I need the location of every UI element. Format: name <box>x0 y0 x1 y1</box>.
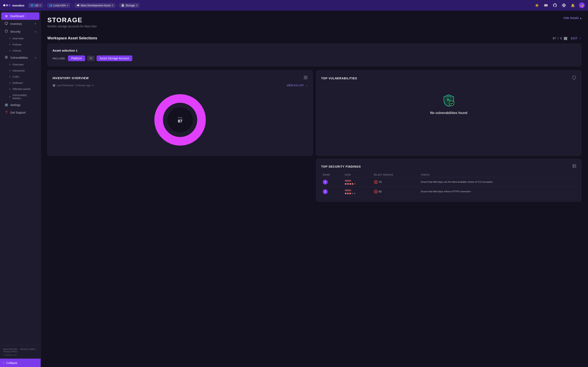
sidebar-item-label-settings: Settings <box>10 103 36 107</box>
slack-icon[interactable] <box>561 2 567 8</box>
top-security-title: TOP SECURITY FINDINGS <box>321 165 361 168</box>
sidebar-item-settings[interactable]: ⚙️ Settings <box>1 101 39 109</box>
breadcrumb-storage[interactable]: 💾 Storage ▾ <box>119 3 139 8</box>
globe-icon: 🌐 <box>30 4 34 7</box>
users-icon: 👥 <box>49 4 52 7</box>
col-blast: BLAST RADIUS <box>372 172 419 177</box>
logo-circle-2 <box>6 4 8 6</box>
check-cell-2: Ensure that Web Apps enforce HTTPS conne… <box>419 187 576 197</box>
arrow-right-icon: → <box>579 37 581 40</box>
refresh-label: Last Refreshed: <box>57 84 74 87</box>
edit-button[interactable]: EDIT → <box>571 37 581 40</box>
top-vuln-title: TOP VULNERABILITIES <box>321 77 357 80</box>
breadcrumb-storage-label: Storage <box>126 4 135 7</box>
grid-icon <box>303 75 308 81</box>
tag-is[interactable]: IS <box>87 56 94 61</box>
sidebar-footer: About Mondoo· Mondoo Status· Privacy Pol… <box>0 345 41 359</box>
sidebar-item-label-dashboard: Dashboard <box>10 15 36 18</box>
sidebar-sub-item-vuln-database[interactable]: Vulnerability databa... <box>1 92 39 101</box>
github-icon[interactable] <box>552 2 558 8</box>
sidebar-item-inventory[interactable]: Inventory ▾ <box>1 20 39 27</box>
svg-rect-5 <box>306 78 307 79</box>
arrow-right-icon-list: → <box>305 84 308 87</box>
risk-dot <box>352 183 353 185</box>
bell-icon[interactable]: 🔔 <box>570 2 576 8</box>
blast-radius-1: ⊙ 70 <box>374 180 418 184</box>
footer-link-privacy[interactable]: Privacy Policy <box>3 350 17 353</box>
sub-dot-icon-8 <box>9 89 10 90</box>
chevron-down-icon-inventory: ▾ <box>35 22 36 25</box>
sidebar-sub-label-database: Vulnerability databa... <box>12 94 36 100</box>
sidebar-sub-item-advisories[interactable]: Advisories <box>1 68 39 74</box>
avatar[interactable]: 🌙 <box>579 2 585 8</box>
breadcrumb-luna[interactable]: 👥 Luna-USA ▾ <box>47 3 70 8</box>
collapse-button[interactable]: ‹ Collapse <box>0 359 41 367</box>
col-rank: RANK <box>321 172 343 177</box>
tag-platform[interactable]: Platform <box>68 55 85 61</box>
sidebar-item-security[interactable]: Security ▴ <box>1 28 39 35</box>
footer-link-about[interactable]: About Mondoo <box>3 348 18 350</box>
table-icon <box>572 164 576 169</box>
donut-label: total <box>178 117 182 119</box>
sidebar-nav: ⊞ Dashboard Inventory ▾ Security ▴ <box>0 11 41 345</box>
sidebar-sub-item-overview[interactable]: Overview <box>1 35 39 42</box>
asset-count: 87 / 0 🏢 <box>553 36 568 40</box>
sidebar-sub-item-policies[interactable]: Policies <box>1 42 39 48</box>
sub-dot-icon-7 <box>9 82 10 83</box>
view-as-list-button[interactable]: VIEW AS LIST → <box>286 84 308 87</box>
asset-count-zero: 0 <box>560 36 562 40</box>
col-check: CHECK <box>419 172 576 177</box>
breadcrumb-us[interactable]: 🌐 US ▾ <box>28 3 43 8</box>
hide-details-button[interactable]: Hide Details ▴ <box>563 16 581 20</box>
sidebar-item-support[interactable]: ❓ Get Support <box>1 109 39 116</box>
asset-selection-card: Asset selection 1 INCLUDE: Platform IS A… <box>47 44 581 66</box>
breadcrumb-luna-label: Luna-USA <box>53 4 66 7</box>
asset-selection-title: Asset selection 1 <box>52 49 576 52</box>
sidebar-sub-item-software[interactable]: Software <box>1 80 39 86</box>
sidebar-item-label-security: Security <box>10 30 33 33</box>
chevron-down-icon-2: ▾ <box>67 4 68 7</box>
refresh-row: 🕐 Last Refreshed: 3 minutes ago ↻ VIEW A… <box>52 84 308 87</box>
footer-links: About Mondoo· Mondoo Status· Privacy Pol… <box>3 348 37 353</box>
donut-center: total 87 <box>178 117 182 124</box>
sidebar-sub-item-affected[interactable]: Affected assets <box>1 86 39 92</box>
sidebar-item-dashboard[interactable]: ⊞ Dashboard <box>1 12 39 20</box>
breadcrumb-mars[interactable]: ☁️ Mars Development Azure ▾ <box>75 3 115 8</box>
table-row: 1 HIGH <box>321 177 576 187</box>
support-icon: ❓ <box>4 111 8 114</box>
footer-link-status[interactable]: Mondoo Status <box>20 348 35 350</box>
sidebar-item-label-vuln: Vulnerabilities <box>10 56 33 59</box>
risk-dot <box>347 183 349 185</box>
logo[interactable]: mondoo <box>3 4 24 7</box>
donut-value: 87 <box>178 119 182 124</box>
shield-check-icon <box>572 75 576 81</box>
sidebar-item-vulnerabilities[interactable]: Vulnerabilities ▴ <box>1 54 39 61</box>
sidebar-sub-item-checks[interactable]: Checks <box>1 48 39 54</box>
blast-cell-2: ⊙ 65 <box>372 187 419 197</box>
asset-selection-row: INCLUDE: Platform IS Azure Storage Accou… <box>52 55 576 61</box>
chevron-down-icon-3: ▾ <box>112 4 113 7</box>
sidebar-item-label-support: Get Support <box>10 111 36 114</box>
sidebar-sub-label-affected: Affected assets <box>12 87 31 91</box>
chevron-down-icon-4: ▾ <box>136 4 138 7</box>
cloud-icon: ☁️ <box>77 4 80 7</box>
svg-rect-4 <box>304 78 305 79</box>
book-icon[interactable]: 📖 <box>543 2 549 8</box>
sidebar-sub-item-vuln-overview[interactable]: Overview <box>1 62 39 67</box>
workspace-section-header: Workspace Asset Selections 87 / 0 🏢 EDIT… <box>47 36 581 40</box>
findings-table: RANK RISK BLAST RADIUS CHECK 1 HI <box>321 172 576 197</box>
tag-azure-storage[interactable]: Azure Storage Account <box>96 55 132 61</box>
risk-dot <box>345 183 346 185</box>
inventory-overview-title: INVENTORY OVERVIEW <box>52 76 89 80</box>
sub-dot-icon <box>9 38 10 39</box>
workspace-title: Workspace Asset Selections <box>47 36 97 40</box>
topnav: mondoo 🌐 US ▾ › 👥 Luna-USA ▾ › ☁️ Mars D… <box>0 0 588 11</box>
page-subtitle: Monitor storage accounts for Mars Dev <box>47 25 96 28</box>
sidebar-sub-item-cves[interactable]: CVEs <box>1 74 39 80</box>
asset-count-value: 87 <box>553 36 556 40</box>
collapse-label: Collapse <box>6 361 17 365</box>
sun-icon[interactable]: ☀️ <box>534 2 540 8</box>
footer-copyright: © Mondoo, Inc. <box>3 354 37 356</box>
refresh-icon[interactable]: ↻ <box>92 84 94 87</box>
inventory-overview-header: INVENTORY OVERVIEW <box>52 75 308 81</box>
